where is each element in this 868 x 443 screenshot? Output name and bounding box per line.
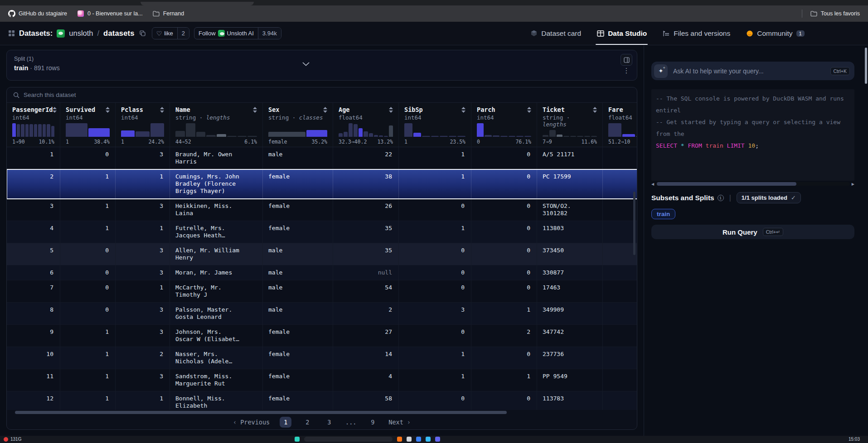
taskbar-notification-icon[interactable] — [4, 437, 8, 442]
split-selector[interactable]: Split (1) train · 891 rows ⋮ — [6, 50, 637, 81]
column-header-Survived[interactable]: Survivedint64138.4% — [60, 103, 116, 147]
train-split-chip[interactable]: train — [651, 209, 675, 219]
bookmark-item[interactable]: GitHub du stagiaire — [5, 8, 71, 19]
table-viewport: PassengerIdint641→9010.1%Survivedint6413… — [7, 103, 637, 410]
search-input[interactable] — [24, 91, 205, 98]
column-histogram[interactable] — [121, 123, 164, 137]
like-button[interactable]: ♡like 2 — [152, 27, 189, 39]
sql-editor-scrollbar[interactable]: ◀ ▶ — [651, 181, 854, 187]
taskbar-app-icon[interactable] — [295, 437, 300, 442]
page-scrollbar-thumb[interactable] — [865, 48, 867, 84]
column-histogram[interactable] — [12, 123, 54, 137]
taskbar-app-icon[interactable] — [435, 437, 440, 442]
horizontal-scrollbar-thumb[interactable] — [15, 411, 507, 414]
follow-button[interactable]: FollowUnsloth AI 3.94k — [194, 27, 281, 39]
taskbar-search-pill[interactable] — [304, 437, 393, 442]
column-header-Parch[interactable]: Parchint64076.1% — [471, 103, 537, 147]
table-row[interactable]: 103Braund, Mr. Owen Harrismale2210A/5 21… — [7, 147, 637, 169]
column-histogram[interactable] — [543, 130, 597, 137]
horizontal-scrollbar[interactable] — [7, 410, 637, 414]
cell-PassengerId: 3 — [7, 199, 60, 221]
sort-icon[interactable] — [593, 107, 597, 113]
sort-icon[interactable] — [160, 107, 164, 113]
tab-files-and-versions[interactable]: Files and versions — [661, 22, 731, 45]
splits-loaded-badge[interactable]: 1/1 splits loaded ✓ — [737, 192, 801, 203]
column-histogram[interactable] — [66, 123, 110, 137]
info-icon[interactable]: i — [718, 195, 724, 201]
run-query-button[interactable]: Run Query Ctrl+↵ — [651, 225, 854, 239]
sql-scroll-track[interactable] — [656, 182, 850, 186]
taskbar-app-icon[interactable] — [416, 437, 421, 442]
table-row[interactable]: 411Futrelle, Mrs. Jacques Heath…female35… — [7, 221, 637, 243]
unsloth-org-avatar[interactable] — [57, 29, 65, 38]
org-name-link[interactable]: unsloth — [69, 29, 93, 38]
column-histogram[interactable] — [477, 123, 531, 137]
column-header-SibSp[interactable]: SibSpint64123.5% — [399, 103, 471, 147]
sort-icon[interactable] — [53, 107, 57, 113]
sql-editor[interactable]: -- The SQL console is powered by DuckDB … — [651, 89, 854, 181]
toggle-panel-button[interactable] — [621, 54, 632, 66]
cell-Name: Nasser, Mrs. Nicholas (Adele… — [170, 347, 263, 369]
follower-count[interactable]: 3.94k — [258, 28, 281, 39]
column-header-Age[interactable]: Agefloat6432.3→40.213.2% — [333, 103, 399, 147]
column-header-PassengerId[interactable]: PassengerIdint641→9010.1% — [7, 103, 60, 147]
dataset-search-bar[interactable] — [7, 87, 637, 103]
bookmark-item[interactable]: 0 - Bienvenue sur la... — [73, 8, 146, 19]
table-row[interactable]: 1012Nasser, Mrs. Nicholas (Adele…female1… — [7, 347, 637, 369]
sort-icon[interactable] — [106, 107, 110, 113]
tab-dataset-card[interactable]: Dataset card — [529, 22, 582, 45]
column-histogram[interactable] — [608, 123, 637, 137]
next-page-button[interactable]: Next› — [388, 419, 411, 426]
taskbar-app-icon[interactable] — [397, 437, 402, 442]
stat-percent: 24.2% — [148, 139, 164, 145]
previous-page-button[interactable]: ‹Previous — [233, 419, 270, 426]
tab-label: Data Studio — [608, 29, 647, 38]
sort-icon[interactable] — [323, 107, 327, 113]
table-row[interactable]: 803Palsson, Master. Gosta Leonardmale231… — [7, 303, 637, 325]
sort-icon[interactable] — [527, 107, 531, 113]
copy-repo-name-icon[interactable] — [140, 30, 145, 36]
sort-icon[interactable] — [253, 107, 257, 113]
column-histogram[interactable] — [404, 123, 466, 137]
column-stats: 1→9010.1% — [12, 139, 54, 145]
table-row[interactable]: 913Johnson, Mrs. Oscar W (Elisabet…femal… — [7, 325, 637, 347]
sql-scroll-thumb[interactable] — [657, 182, 796, 186]
page-2[interactable]: 2 — [301, 417, 313, 428]
column-header-Ticket[interactable]: Ticketstring · lengths7→911.6% — [537, 103, 603, 147]
tab-community[interactable]: Community1 — [745, 22, 805, 45]
page-1[interactable]: 1 — [280, 417, 291, 428]
table-row[interactable]: 211Cumings, Mrs. John Bradley (Florence … — [7, 169, 637, 199]
column-histogram[interactable] — [268, 123, 327, 137]
all-favorites-button[interactable]: Tous les favoris — [807, 8, 863, 19]
sort-icon[interactable] — [461, 107, 466, 113]
column-header-Fare[interactable]: Farefloat6451.2→10 — [603, 103, 637, 147]
column-histogram[interactable] — [175, 123, 257, 137]
column-header-Pclass[interactable]: Pclassint64124.2% — [116, 103, 170, 147]
table-row[interactable]: 701McCarthy, Mr. Timothy Jmale540017463 — [7, 280, 637, 303]
taskbar-app-icon[interactable] — [426, 437, 431, 442]
column-header-Name[interactable]: Namestring · lengths44→526.1% — [170, 103, 263, 147]
page-9[interactable]: 9 — [367, 417, 378, 428]
more-options-kebab-icon[interactable]: ⋮ — [623, 67, 630, 74]
table-row[interactable]: 503Allen, Mr. William Henrymale350037345… — [7, 243, 637, 265]
ask-ai-input[interactable] — [673, 67, 825, 75]
bookmark-item[interactable]: Fernand — [149, 8, 188, 19]
table-row[interactable]: 1211Bonnell, Miss. Elizabethfemale580011… — [7, 391, 637, 410]
tab-data-studio[interactable]: Data Studio — [596, 22, 648, 45]
table-row[interactable]: 603Moran, Mr. Jamesmalenull00330877 — [7, 265, 637, 280]
column-histogram[interactable] — [339, 123, 393, 137]
table-row[interactable]: 313Heikkinen, Miss. Lainafemale2600STON/… — [7, 199, 637, 221]
page-3[interactable]: 3 — [323, 417, 335, 428]
scroll-left-arrow-icon[interactable]: ◀ — [651, 182, 654, 186]
ask-ai-query-box[interactable]: ✦✧ Ctrl+K — [651, 62, 854, 80]
table-row[interactable]: 1113Sandstrom, Miss. Marguerite Rutfemal… — [7, 369, 637, 391]
like-count[interactable]: 2 — [177, 28, 189, 39]
taskbar-app-icon[interactable] — [407, 437, 412, 442]
column-header-Sex[interactable]: Sexstring · classesfemale35.2% — [263, 103, 333, 147]
sort-icon[interactable] — [389, 107, 393, 113]
chevron-down-icon[interactable] — [302, 62, 310, 66]
repo-name-link[interactable]: datasets — [103, 29, 135, 38]
all-favorites-label: Tous les favoris — [821, 10, 860, 17]
vertical-scrollbar-thumb[interactable] — [633, 192, 635, 255]
scroll-right-arrow-icon[interactable]: ▶ — [852, 182, 854, 186]
